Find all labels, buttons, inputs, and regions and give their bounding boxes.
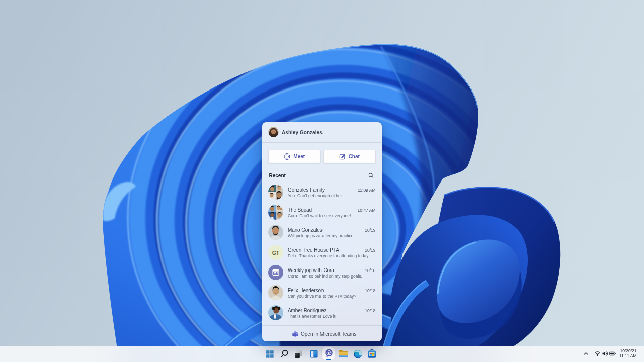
svg-text:GT: GT — [272, 250, 280, 256]
